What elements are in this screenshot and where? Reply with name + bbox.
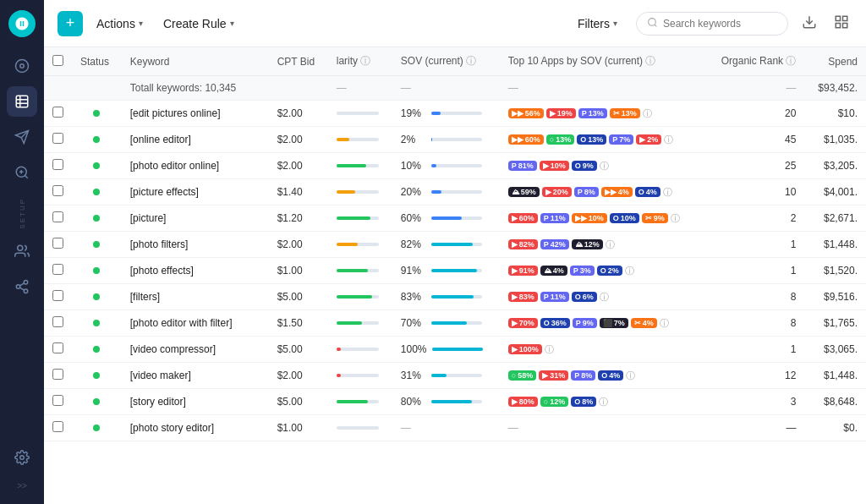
row-status-cell (72, 389, 122, 415)
sidebar-item-integrations[interactable] (7, 271, 37, 302)
row-checkbox-cell[interactable] (44, 415, 72, 441)
header-status: Status (72, 47, 122, 76)
row-checkbox[interactable] (52, 395, 63, 406)
sov-bar-track (431, 295, 482, 299)
row-checkbox[interactable] (52, 369, 63, 380)
row-checkbox[interactable] (52, 133, 63, 144)
row-checkbox-cell[interactable] (44, 153, 72, 179)
app-info-icon[interactable]: ⓘ (600, 291, 609, 304)
row-keyword: [filters] (122, 284, 269, 310)
row-top10: ▶ 91% ⛰ 4% P 3% O 2% ⓘ (500, 258, 705, 284)
app-badge: P 13% (578, 108, 607, 118)
row-checkbox[interactable] (52, 342, 63, 353)
sidebar: SETUP >> (0, 0, 44, 504)
layout-button[interactable] (830, 11, 852, 36)
app-badge: ✂ 4% (631, 318, 657, 328)
row-clarity (328, 337, 392, 363)
row-checkbox-cell[interactable] (44, 363, 72, 389)
app-info-icon[interactable]: ⓘ (625, 265, 634, 277)
app-badge: ▶ 83% (508, 292, 538, 302)
totals-row: Totall keywords: 10,345 — — — — $93,452. (44, 76, 866, 101)
svg-point-19 (649, 18, 656, 25)
app-logo[interactable] (8, 10, 36, 37)
totals-status-cell (72, 76, 122, 101)
add-button[interactable]: + (58, 11, 83, 36)
download-button[interactable] (798, 11, 820, 36)
row-checkbox-cell[interactable] (44, 127, 72, 153)
app-info-icon[interactable]: ⓘ (664, 134, 673, 146)
sidebar-item-search[interactable] (7, 157, 37, 188)
row-clarity (328, 205, 392, 232)
sidebar-item-dashboard[interactable] (7, 51, 37, 81)
row-checkbox-cell[interactable] (44, 310, 72, 337)
row-checkbox-cell[interactable] (44, 389, 72, 415)
sidebar-item-users[interactable] (7, 236, 37, 266)
row-checkbox-cell[interactable] (44, 258, 72, 284)
sov-bar: 60% (401, 212, 491, 224)
status-dot (93, 398, 100, 405)
select-all-checkbox[interactable] (52, 55, 63, 66)
row-checkbox[interactable] (52, 316, 63, 327)
app-info-icon[interactable]: ⓘ (606, 238, 615, 251)
app-info-icon[interactable]: ⓘ (626, 370, 635, 382)
sov-percent: 80% (401, 396, 426, 408)
row-checkbox[interactable] (52, 238, 63, 249)
create-rule-menu[interactable]: Create Rule ▾ (156, 12, 241, 36)
table-row: [photo editor online] $2.00 10% P 81% ▶ … (44, 153, 866, 179)
app-info-icon[interactable]: ⓘ (600, 160, 609, 173)
row-checkbox[interactable] (52, 159, 63, 170)
status-dot (93, 215, 100, 222)
app-info-icon[interactable]: ⓘ (599, 396, 608, 408)
sidebar-item-settings[interactable] (7, 442, 37, 473)
svg-point-13 (24, 280, 28, 284)
sidebar-item-send[interactable] (7, 122, 37, 152)
status-dot (93, 110, 100, 117)
row-checkbox[interactable] (52, 185, 63, 196)
clarity-fill (337, 112, 360, 115)
app-info-icon[interactable]: ⓘ (671, 212, 680, 225)
sov-percent: 2% (401, 134, 426, 145)
row-status-cell (72, 310, 122, 337)
app-icons: ▶ 80% ○ 12% O 8% ⓘ (508, 396, 697, 408)
filters-button[interactable]: Filters ▾ (569, 12, 626, 36)
header-checkbox[interactable] (44, 47, 72, 76)
clarity-bar (337, 164, 384, 167)
row-rank: 10 (704, 179, 804, 205)
row-checkbox-cell[interactable] (44, 101, 72, 127)
svg-point-1 (20, 64, 25, 68)
app-info-icon[interactable]: ⓘ (663, 186, 672, 199)
row-checkbox-cell[interactable] (44, 284, 72, 310)
status-dot (93, 241, 100, 248)
row-bid: $5.00 (269, 284, 328, 310)
row-clarity (328, 415, 392, 441)
row-checkbox[interactable] (52, 211, 63, 222)
app-badge: ▶ 2% (636, 134, 661, 145)
row-status-cell (72, 153, 122, 179)
sov-bar-fill (431, 216, 462, 220)
sidebar-item-table[interactable] (7, 86, 37, 117)
row-checkbox[interactable] (52, 421, 63, 432)
row-checkbox-cell[interactable] (44, 205, 72, 232)
app-info-icon[interactable]: ⓘ (660, 317, 669, 330)
header-keyword: Keyword (122, 47, 269, 76)
row-checkbox[interactable] (52, 290, 63, 301)
sov-percent: 19% (401, 107, 426, 119)
svg-rect-22 (836, 16, 840, 20)
sov-bar-fill (432, 348, 483, 351)
search-input[interactable] (663, 18, 777, 30)
search-box[interactable] (636, 12, 788, 36)
row-top10: ▶ 82% P 42% ⛰ 12% ⓘ (500, 232, 705, 258)
row-checkbox-cell[interactable] (44, 179, 72, 205)
row-checkbox-cell[interactable] (44, 232, 72, 258)
row-checkbox[interactable] (52, 264, 63, 275)
row-checkbox[interactable] (52, 107, 63, 118)
app-badge: ▶▶ 10% (572, 213, 607, 223)
row-top10: ⛰ 59% ▶ 20% P 8% ▶▶ 4% O 4% ⓘ (500, 179, 705, 205)
row-checkbox-cell[interactable] (44, 337, 72, 363)
app-info-icon[interactable]: ⓘ (643, 107, 652, 120)
actions-menu[interactable]: Actions ▾ (90, 12, 150, 36)
row-spend: $9,516. (804, 284, 866, 310)
app-info-icon[interactable]: ⓘ (545, 343, 554, 356)
row-keyword: [photo editor with filter] (122, 310, 269, 337)
sidebar-expand[interactable]: >> (14, 478, 30, 494)
